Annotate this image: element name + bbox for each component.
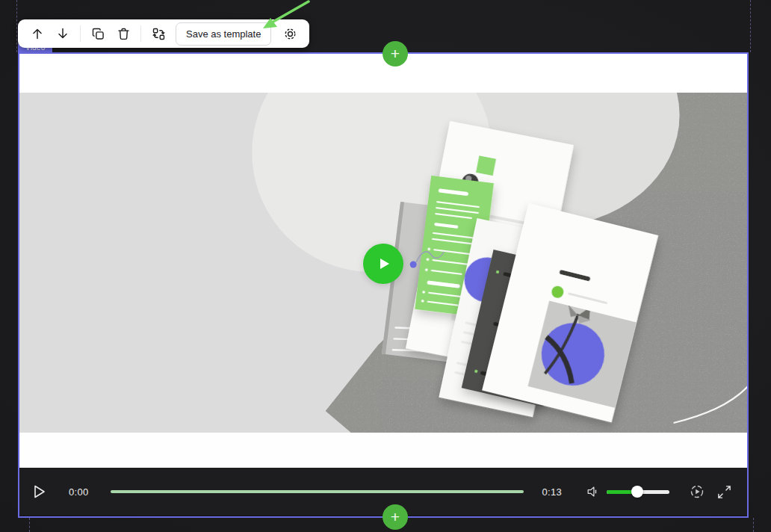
current-time: 0:00	[69, 486, 91, 498]
page-boundary-guide	[753, 518, 754, 532]
fullscreen-button[interactable]	[716, 484, 732, 500]
play-overlay-icon	[375, 256, 391, 272]
trash-icon	[116, 26, 131, 42]
autoplay-icon	[689, 483, 705, 500]
video-letterbox-bottom	[19, 433, 747, 468]
swap-icon	[151, 26, 167, 42]
video-player-controls: 0:00 0:13	[19, 468, 747, 516]
mute-button[interactable]	[586, 484, 601, 499]
copy-icon	[90, 26, 106, 42]
volume-slider[interactable]	[607, 485, 669, 498]
move-down-button[interactable]	[50, 21, 75, 46]
arrow-down-icon	[55, 25, 71, 42]
editor-canvas: 0:00 0:13	[0, 0, 771, 532]
autoplay-button[interactable]	[689, 483, 705, 500]
selected-video-element[interactable]: 0:00 0:13	[18, 52, 749, 518]
duplicate-button[interactable]	[85, 21, 111, 46]
add-element-above-button[interactable]: +	[383, 41, 408, 66]
fullscreen-icon	[716, 484, 732, 500]
volume-icon	[586, 484, 601, 499]
play-icon	[30, 483, 48, 501]
gear-icon	[282, 26, 298, 42]
duration: 0:13	[542, 486, 562, 498]
volume-handle[interactable]	[631, 486, 643, 498]
save-as-template-button[interactable]: Save as template	[176, 22, 271, 46]
seek-bar-track	[111, 490, 524, 493]
element-toolbar: Save as template	[18, 19, 309, 48]
play-video-button[interactable]	[363, 244, 403, 284]
arrow-up-icon	[29, 25, 46, 42]
page-boundary-guide	[750, 0, 751, 52]
page-boundary-guide	[16, 0, 17, 52]
toolbar-divider	[140, 25, 141, 42]
page-boundary-guide	[29, 518, 30, 532]
move-up-button[interactable]	[25, 21, 50, 46]
toolbar-divider	[80, 25, 81, 42]
seek-bar[interactable]	[111, 486, 524, 497]
settings-button[interactable]	[277, 21, 303, 46]
player-play-button[interactable]	[30, 483, 48, 501]
delete-button[interactable]	[111, 21, 136, 46]
swap-element-button[interactable]	[146, 21, 171, 46]
add-element-below-button[interactable]: +	[383, 504, 408, 530]
